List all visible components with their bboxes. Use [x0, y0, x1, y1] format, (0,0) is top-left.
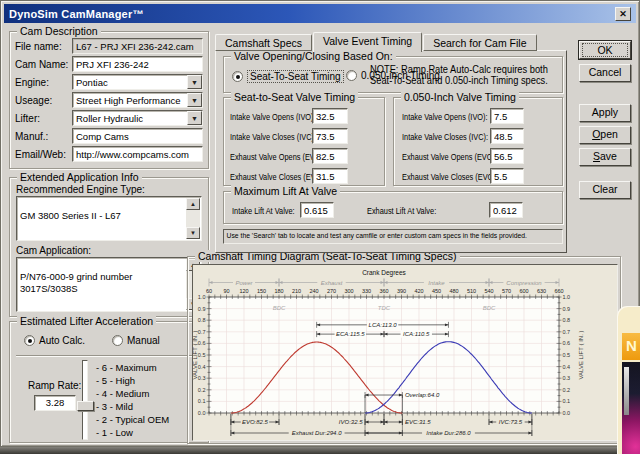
inch-evc-label: Exhaust Valve Closes (EVC):	[402, 172, 497, 182]
cam-description-legend: Cam Description	[17, 25, 101, 37]
timing-chart: 6090120150180210240270300330360390420450…	[193, 265, 617, 440]
svg-text:360: 360	[379, 288, 388, 294]
manuf-label: Manuf.:	[15, 131, 72, 142]
svg-text:150: 150	[257, 288, 266, 294]
radio-icon[interactable]	[24, 335, 35, 346]
cancel-button[interactable]: Cancel	[579, 64, 631, 82]
svg-text:EVO:82.5: EVO:82.5	[242, 419, 269, 425]
ramp-rate-value: 3.28	[34, 395, 76, 411]
seat-evc-field[interactable]	[312, 168, 348, 184]
timing-diagram-panel: 6090120150180210240270300330360390420450…	[192, 264, 618, 441]
svg-text:0.7: 0.7	[563, 329, 571, 335]
slider-level-5: - 5 - High	[96, 375, 135, 386]
svg-text:180: 180	[274, 288, 283, 294]
engine-combo[interactable]	[72, 74, 203, 90]
engine-type-textarea[interactable]: GM 3800 Series II - L67 ▲ ▼	[16, 196, 202, 241]
cam-description-group: Cam Description File name: Cam Name: Eng…	[9, 31, 209, 169]
max-lift-legend: Maximum Lift At Valve	[231, 185, 340, 197]
svg-text:0.5: 0.5	[198, 352, 206, 358]
slider-level-6: - 6 - Maximum	[96, 362, 157, 373]
inch-ivc-label: Intake Valve Closes (IVC):	[402, 132, 488, 142]
dropdown-arrow-icon[interactable]: ▼	[187, 75, 202, 89]
auto-calc-radio[interactable]: Auto Calc.	[24, 335, 85, 346]
title-bar[interactable]: DynoSim CamManager™ ✕	[4, 4, 636, 23]
tab-search-for-cam-file[interactable]: Search for Cam File	[423, 34, 536, 51]
slider-thumb[interactable]	[77, 401, 94, 411]
ad-spine-text	[624, 367, 629, 415]
svg-text:0.9: 0.9	[198, 306, 206, 312]
tab-camshaft-specs[interactable]: Camshaft Specs	[215, 34, 312, 51]
manual-label: Manual	[127, 335, 160, 346]
inch-evo-field[interactable]	[490, 148, 524, 164]
file-name-label: File name:	[15, 41, 72, 52]
scroll-up-icon[interactable]: ▲	[186, 198, 200, 210]
open-button[interactable]: Open	[579, 126, 631, 144]
svg-text:Overlap:64.0: Overlap:64.0	[405, 392, 440, 398]
file-name-row: File name:	[10, 37, 208, 55]
seat-evo-field[interactable]	[312, 148, 348, 164]
inch-ivc-field[interactable]	[490, 128, 524, 144]
background-window-edge	[0, 447, 640, 454]
svg-text:0.5: 0.5	[563, 352, 571, 358]
tab-valve-event-timing[interactable]: Valve Event Timing	[313, 32, 422, 52]
slider-level-2: - 2 - Typical OEM	[96, 414, 169, 425]
seat-ivo-field[interactable]	[312, 108, 348, 124]
intake-lift-field[interactable]	[300, 202, 334, 218]
ok-button[interactable]: OK	[579, 41, 631, 59]
radio-icon[interactable]	[346, 70, 357, 81]
svg-text:Intake: Intake	[428, 280, 445, 286]
svg-text:Compression: Compression	[506, 280, 542, 286]
clear-button[interactable]: Clear	[579, 181, 631, 199]
svg-text:0.4: 0.4	[563, 364, 571, 370]
svg-text:Exhaust: Exhaust	[321, 280, 343, 286]
svg-text:VALVE LIFT ( IN. ): VALVE LIFT ( IN. )	[193, 330, 198, 379]
svg-text:VALVE LIFT ( IN. ): VALVE LIFT ( IN. )	[578, 330, 584, 379]
engine-type-value: GM 3800 Series II - L67	[20, 210, 121, 221]
apply-button[interactable]: Apply	[579, 104, 631, 122]
cam-name-field[interactable]	[72, 56, 203, 72]
cam-application-textarea[interactable]: P/N76-000-9 grind number 3017S/3038S ▲ ▼	[16, 257, 202, 312]
svg-text:0.6: 0.6	[563, 340, 571, 346]
manuf-field[interactable]	[72, 128, 203, 144]
useage-row: Useage: ▼	[10, 91, 208, 109]
email-web-field[interactable]	[72, 146, 203, 162]
scrollbar[interactable]: ▲ ▼	[186, 198, 200, 239]
useage-combo[interactable]	[72, 92, 203, 108]
dropdown-arrow-icon[interactable]: ▼	[187, 93, 202, 107]
lifter-combo[interactable]	[72, 110, 203, 126]
ad-body: N	[617, 306, 640, 454]
close-icon[interactable]: ✕	[615, 7, 631, 21]
manuf-row: Manuf.:	[10, 127, 208, 145]
scroll-down-icon[interactable]: ▼	[186, 227, 200, 239]
svg-text:0.8: 0.8	[198, 317, 206, 323]
svg-text:540: 540	[484, 288, 493, 294]
inch-ivo-field[interactable]	[490, 108, 524, 124]
inch-timing-legend: 0.050-Inch Valve Timing	[401, 91, 519, 103]
useage-label: Useage:	[15, 95, 72, 106]
ad-image	[622, 362, 640, 454]
seat-to-seat-radio[interactable]: Seat-To-Seat Timing	[232, 70, 344, 83]
radio-icon[interactable]	[112, 335, 123, 346]
seat-ivc-field[interactable]	[312, 128, 348, 144]
svg-text:Intake Dur:286.0: Intake Dur:286.0	[426, 430, 471, 436]
exhaust-lift-field[interactable]	[489, 202, 523, 218]
lifter-accel-group: Estimated Lifter Acceleration Auto Calc.…	[9, 321, 209, 443]
svg-text:630: 630	[537, 288, 546, 294]
extended-info-legend: Extended Application Info	[17, 171, 142, 183]
note-line-2: Seat-To-Seat and 0.050-inch Timing specs…	[370, 75, 548, 86]
svg-text:0.2: 0.2	[198, 387, 206, 393]
manual-radio[interactable]: Manual	[112, 335, 160, 346]
svg-text:ECA:115.5: ECA:115.5	[336, 331, 365, 337]
svg-text:Power: Power	[235, 280, 253, 286]
radio-icon[interactable]	[232, 71, 243, 82]
dropdown-arrow-icon[interactable]: ▼	[187, 111, 202, 125]
divider	[16, 355, 202, 357]
svg-text:120: 120	[239, 288, 248, 294]
svg-text:IVO:32.5: IVO:32.5	[339, 419, 363, 425]
background-ad-overlay[interactable]: N	[617, 306, 640, 454]
svg-text:0.9: 0.9	[563, 306, 571, 312]
svg-text:0.6: 0.6	[198, 340, 206, 346]
inch-evc-field[interactable]	[490, 168, 524, 184]
ramp-rate-slider[interactable]	[82, 360, 88, 440]
save-button[interactable]: Save	[579, 148, 631, 166]
